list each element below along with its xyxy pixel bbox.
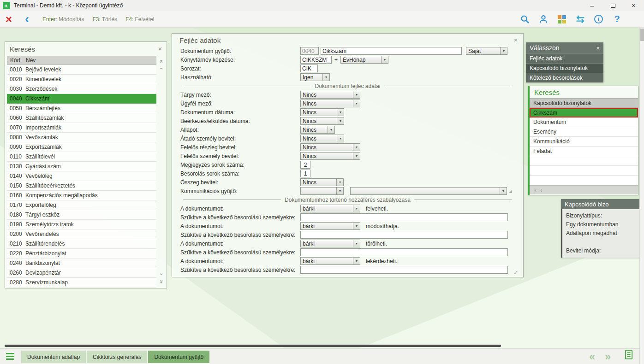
collector-code-input[interactable]: 0040	[300, 47, 319, 55]
list-item[interactable]: 0110 Szállítólevél	[7, 152, 156, 162]
chevron-down-icon[interactable]: ▾	[500, 188, 507, 194]
chevron-down-icon[interactable]: ▾	[353, 100, 360, 107]
field-dropdown[interactable]: Nincs ▾	[300, 152, 360, 160]
related-search-row[interactable]	[530, 166, 638, 176]
scroll-up-icon[interactable]: ‹	[158, 68, 165, 70]
list-item[interactable]: 0140 Vevőelőleg	[7, 171, 156, 181]
field-dropdown[interactable]: Nincs ▾	[300, 126, 335, 134]
collector-name-input[interactable]: Cikkszám	[321, 47, 462, 55]
field-dropdown[interactable]: Nincs ▾	[300, 135, 344, 142]
list-item[interactable]: 0130 Gyártási szám	[7, 162, 156, 171]
directory-suffix-dropdown[interactable]: ÉvHónap ▾	[340, 56, 388, 64]
document-page-icon[interactable]	[625, 349, 633, 362]
bottom-tab[interactable]: Cikktörzs generálás	[87, 351, 147, 363]
communication-dropdown[interactable]: ▾	[300, 187, 344, 195]
access-who-dropdown[interactable]: bárki ▾	[300, 222, 360, 230]
vertical-scrollbar[interactable]	[639, 28, 644, 364]
list-item[interactable]: 0210 Szállítórendelés	[7, 239, 156, 249]
list-item[interactable]: 0010 Bejövő levelek	[7, 65, 156, 75]
maximize-button[interactable]	[602, 0, 623, 11]
field-dropdown[interactable]: Nincs ▾	[300, 143, 360, 151]
page-previous-icon[interactable]: «	[589, 351, 595, 363]
field-dropdown[interactable]: Nincs ▾	[300, 91, 360, 99]
chevron-down-icon[interactable]: ▾	[337, 109, 344, 116]
list-item[interactable]: 0020 Kimenőlevelek	[7, 75, 156, 84]
chevron-down-icon[interactable]: ▾	[337, 117, 344, 124]
chevron-down-icon[interactable]: ▾	[336, 188, 343, 194]
close-icon[interactable]: ×	[514, 36, 518, 44]
window-close-button[interactable]: ×	[623, 0, 644, 11]
apps-grid-icon[interactable]	[556, 13, 567, 25]
transfer-arrows-icon[interactable]	[574, 13, 586, 25]
chevron-down-icon[interactable]: ▾	[381, 56, 388, 63]
list-item[interactable]: 0200 Vevőrendelés	[7, 229, 156, 239]
horizontal-scrollbar[interactable]	[5, 345, 501, 347]
previous-record-button[interactable]: ‹	[540, 187, 542, 194]
bottom-tab[interactable]: Dokumentum adatlap	[21, 351, 86, 363]
chevron-down-icon[interactable]: ▾	[353, 205, 360, 212]
field-dropdown[interactable]: Nincs ▾	[300, 100, 360, 107]
list-item[interactable]: 0060 Szállítószámlák	[7, 113, 156, 123]
resize-grip-icon[interactable]: ◢	[509, 189, 512, 194]
chevron-down-icon[interactable]: ▾	[353, 91, 360, 98]
list-item[interactable]: 0260 Devizapénztár	[7, 268, 156, 278]
restrict-persons-input[interactable]	[300, 231, 508, 239]
related-search-row[interactable]	[530, 176, 638, 185]
series-input[interactable]: CIK	[300, 65, 318, 72]
count-input[interactable]: 1	[300, 170, 310, 177]
chooser-item[interactable]: Kötelező besorolások	[526, 73, 603, 82]
list-item[interactable]: 0090 Exportszámlák	[7, 142, 156, 152]
list-item[interactable]: 0180 Tárgyi eszköz	[7, 210, 156, 220]
back-button[interactable]: ‹	[25, 11, 29, 27]
close-icon[interactable]: ×	[596, 45, 600, 52]
directory-name-input[interactable]: CIKKSZM_	[300, 56, 332, 64]
list-item[interactable]: 0030 Szerződések	[7, 84, 156, 94]
page-next-icon[interactable]: »	[605, 351, 611, 363]
list-item[interactable]: 0240 Bankbizonylat	[7, 258, 156, 268]
chevron-down-icon[interactable]: ▾	[500, 47, 507, 54]
list-item[interactable]: 0080 Vevőszámlák	[7, 133, 156, 142]
first-record-button[interactable]: |‹	[533, 187, 537, 194]
related-search-row[interactable]: Esemény	[530, 127, 638, 137]
menu-icon[interactable]	[6, 353, 14, 360]
chevron-down-icon[interactable]: ▾	[353, 240, 360, 247]
related-search-row[interactable]: Feladat	[530, 147, 638, 156]
user-icon[interactable]	[537, 13, 549, 25]
access-who-dropdown[interactable]: bárki ▾	[300, 205, 360, 212]
related-search-row[interactable]: Dokumentum	[530, 117, 638, 127]
access-who-dropdown[interactable]: bárki ▾	[300, 240, 360, 247]
list-item[interactable]: 0190 Személytörzs iratok	[7, 220, 156, 229]
list-item[interactable]: 0040 Cikkszám	[7, 94, 156, 104]
bottom-tab[interactable]: Dokumentum gyűjtő	[148, 351, 209, 363]
amount-dropdown[interactable]: Nincs ▾	[300, 178, 344, 186]
restrict-persons-input[interactable]	[300, 248, 508, 256]
collector-scope-dropdown[interactable]: Saját ▾	[466, 47, 507, 55]
field-dropdown[interactable]: Nincs ▾	[300, 108, 344, 116]
field-dropdown[interactable]: Nincs ▾	[300, 117, 344, 125]
communication-wide-combo[interactable]: ▾	[350, 187, 507, 195]
access-who-dropdown[interactable]: bárki ▾	[300, 257, 360, 265]
usable-dropdown[interactable]: Igen ▾	[300, 73, 330, 81]
close-icon[interactable]: ×	[158, 45, 162, 53]
chevron-down-icon[interactable]: ▾	[353, 153, 360, 159]
help-icon[interactable]: ?	[611, 13, 623, 25]
count-input[interactable]: 2	[300, 161, 310, 169]
list-item[interactable]: 0050 Bérszámfejtés	[7, 104, 156, 113]
related-search-row[interactable]	[530, 156, 638, 166]
scroll-to-top-icon[interactable]: «	[158, 59, 165, 63]
list-item[interactable]: 0280 Szervízmunkalap	[7, 278, 156, 288]
list-item[interactable]: 0150 Szállítóbeérkeztetés	[7, 181, 156, 191]
restrict-persons-input[interactable]	[300, 213, 508, 221]
vertical-scrollbar-thumb[interactable]	[640, 29, 644, 41]
chooser-item[interactable]: Fejléc adatok	[526, 53, 603, 63]
chevron-down-icon[interactable]: ▾	[353, 144, 360, 151]
list-item[interactable]: 0170 Exportelőleg	[7, 200, 156, 210]
search-icon[interactable]	[519, 13, 531, 25]
chevron-down-icon[interactable]: ▾	[353, 223, 360, 229]
restrict-persons-input[interactable]	[300, 266, 508, 274]
related-search-row[interactable]: Cikkszám	[530, 108, 638, 117]
related-search-row[interactable]: Kommunikáció	[530, 137, 638, 147]
chevron-down-icon[interactable]: ▾	[337, 135, 344, 142]
list-item[interactable]: 0070 Importszámlák	[7, 123, 156, 133]
minimize-button[interactable]: –	[582, 0, 602, 11]
